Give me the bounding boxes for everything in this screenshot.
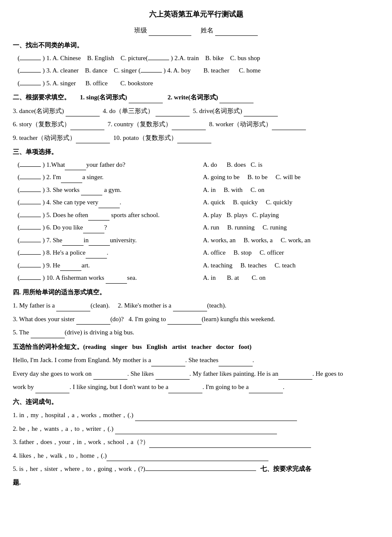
blank[interactable] [115, 427, 277, 434]
q-choices: A. quick B. quicky C. quickly [203, 197, 292, 208]
s1-q1: ( ) 1. A. Chinese B. English C. picture(… [13, 53, 379, 64]
paren-open: ( [13, 235, 20, 246]
s5-line3: work by . I like singing, but I don't wa… [13, 381, 379, 393]
s3-q9: ( ) 9. Heart. A. teaching B. teaches C. … [13, 260, 379, 271]
blank[interactable] [93, 373, 127, 380]
blank[interactable] [76, 136, 110, 143]
bracket: ( [13, 78, 20, 89]
answer-blank[interactable] [20, 235, 41, 242]
answer-blank[interactable] [20, 197, 41, 204]
blank[interactable] [249, 386, 283, 393]
blank[interactable] [272, 123, 306, 130]
s2-row2: 6. story（复数形式） 7. country（复数形式） 8. worke… [13, 119, 379, 130]
q-text: ) 1. A. Chinese B. English C. picture( [41, 53, 148, 64]
paren-open: ( [13, 185, 20, 196]
answer-blank[interactable] [20, 172, 41, 179]
name-input[interactable] [215, 29, 258, 36]
blank[interactable] [135, 414, 297, 421]
answer-blank[interactable] [20, 66, 41, 73]
section1-title: 一、找出不同类的单词。 [13, 40, 379, 51]
s6-q3: 3. father，does，your，in，work，school，a（?） [13, 437, 379, 448]
q-choices: A. in B. at C. on [203, 273, 265, 284]
paren-open: ( [13, 210, 20, 221]
blank[interactable] [167, 318, 202, 325]
blank[interactable] [151, 360, 185, 366]
blank[interactable] [168, 386, 202, 393]
blank[interactable] [173, 305, 207, 311]
s6-q4: 4. likes，he，walk，to，home，(.) [13, 450, 379, 462]
s3-q7: ( ) 7. Sheinuniversity. A. works, an B. … [13, 235, 379, 246]
page-title: 六上英语第五单元平行测试题 [13, 9, 379, 21]
answer-blank[interactable] [141, 66, 162, 73]
answer-blank[interactable] [20, 78, 41, 85]
section6-title: 六、连词成句。 [13, 397, 379, 408]
blank[interactable] [31, 331, 65, 338]
section3-title: 三、单项选择。 [13, 147, 379, 158]
blank[interactable] [56, 305, 90, 311]
paren-open: ( [13, 247, 20, 258]
q-choices: A. going to be B. to be C. will be [203, 172, 300, 183]
q-left: ) 7. Sheinuniversity. [41, 235, 203, 246]
s5-line1: Hello, I'm Jack. I come from England. My… [13, 354, 379, 366]
q-left: ) 5. Does he often sports after school. [41, 210, 203, 221]
blank[interactable] [70, 123, 104, 130]
blank[interactable] [278, 373, 312, 380]
s1-q2: ( ) 3. A. cleaner B. dance C. singer ( )… [13, 65, 379, 76]
class-input[interactable] [149, 29, 191, 36]
section5-title: 五选恰当的词补全短文。(reading singer bus English a… [13, 342, 379, 353]
blank[interactable] [129, 96, 163, 103]
s7-subtitle: 题. [13, 477, 379, 488]
paren-open: ( [13, 172, 20, 183]
answer-blank[interactable] [20, 273, 41, 280]
q-choices: A. run B. running C. runing [203, 222, 287, 233]
blank[interactable] [156, 110, 190, 116]
blank[interactable] [219, 360, 253, 366]
s4-q1: 1. My father is a (clean). 2. Mike's mot… [13, 300, 379, 311]
s3-q10: ( ) 10. A fisherman works sea. A. in B. … [13, 273, 379, 284]
blank[interactable] [145, 464, 256, 471]
q-left: ) 4. She can type very. [41, 197, 203, 208]
blank[interactable] [66, 110, 100, 116]
paren-open: ( [13, 222, 20, 233]
blank[interactable] [149, 441, 311, 448]
q-choices: A. in B. with C. on [203, 185, 264, 196]
q-left: ) 1.Whatyour father do? [41, 160, 203, 171]
name-label: 姓名 [201, 27, 213, 34]
s2-row1: 3. dance(名词形式) 4. do（单三形式） 5. drive(名词形式… [13, 106, 379, 117]
blank[interactable] [35, 386, 69, 393]
q-text: ) 2.A. train B. bike C. bus shop [169, 53, 260, 64]
s3-q6: ( ) 6. Do you like? A. run B. running C.… [13, 222, 379, 233]
answer-blank[interactable] [20, 261, 41, 267]
class-label: 班级 [134, 27, 147, 34]
q-choices: A. play B. plays C. playing [203, 210, 279, 221]
s6-q5-row: 5. is，her，sister，where，to，going，work，(?)… [13, 464, 379, 475]
blank[interactable] [244, 110, 278, 116]
paren-open: ( [13, 197, 20, 208]
bracket: ( [13, 53, 20, 64]
q-left: ) 3. She works a gym. [41, 185, 203, 196]
q-text: ) 4. A. boy B. teacher C. home [162, 65, 261, 76]
answer-blank[interactable] [20, 248, 41, 255]
answer-blank[interactable] [20, 160, 41, 167]
blank[interactable] [107, 454, 268, 461]
answer-blank[interactable] [20, 210, 41, 217]
q-text: ) 5. A. singer B. office C. bookstore [41, 78, 153, 89]
blank[interactable] [76, 318, 110, 325]
q-choices: A. teaching B. teaches C. teach [203, 260, 295, 271]
s4-q3: 5. The (drive) is driving a big bus. [13, 327, 379, 338]
blank[interactable] [172, 123, 206, 130]
s3-q3: ( ) 3. She works a gym. A. in B. with C.… [13, 185, 379, 196]
s4-q2: 3. What does your sister (do)? 4. I'm go… [13, 314, 379, 325]
blank[interactable] [219, 96, 254, 103]
answer-blank[interactable] [20, 53, 41, 60]
answer-blank[interactable] [148, 53, 169, 60]
blank[interactable] [156, 373, 190, 380]
s3-q1: ( ) 1.Whatyour father do? A. do B. does … [13, 160, 379, 171]
q-left: ) 9. Heart. [41, 260, 203, 271]
q-left: ) 6. Do you like? [41, 222, 203, 233]
blank[interactable] [177, 136, 211, 143]
answer-blank[interactable] [20, 185, 41, 192]
answer-blank[interactable] [20, 223, 41, 229]
q-left: ) 2. I'ma singer. [41, 172, 203, 183]
paren-open: ( [13, 160, 20, 171]
